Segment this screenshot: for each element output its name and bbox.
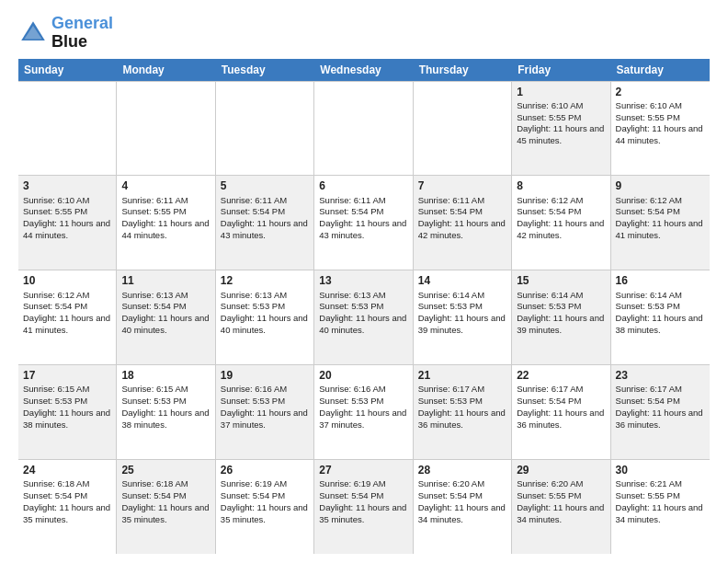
day-number: 11: [121, 273, 210, 288]
calendar-cell: 5Sunrise: 6:11 AMSunset: 5:54 PMDaylight…: [216, 176, 314, 270]
calendar-cell: 16Sunrise: 6:14 AMSunset: 5:53 PMDayligh…: [611, 270, 710, 364]
day-info: Sunrise: 6:17 AM: [418, 384, 506, 396]
calendar-row: 1Sunrise: 6:10 AMSunset: 5:55 PMDaylight…: [18, 81, 710, 177]
day-info: Daylight: 11 hours and 35 minutes.: [319, 502, 407, 526]
day-number: 6: [319, 178, 407, 193]
weekday-header: Friday: [512, 59, 610, 81]
day-info: Daylight: 11 hours and 37 minutes.: [319, 408, 407, 431]
day-info: Sunset: 5:54 PM: [418, 206, 506, 218]
day-info: Daylight: 11 hours and 34 minutes.: [616, 502, 705, 526]
day-info: Sunset: 5:54 PM: [23, 490, 111, 502]
day-info: Daylight: 11 hours and 40 minutes.: [319, 313, 407, 337]
calendar-cell: 27Sunrise: 6:19 AMSunset: 5:54 PMDayligh…: [314, 460, 413, 554]
day-info: Sunset: 5:55 PM: [121, 206, 210, 218]
calendar-cell: 30Sunrise: 6:21 AMSunset: 5:55 PMDayligh…: [611, 460, 710, 554]
day-info: Daylight: 11 hours and 38 minutes.: [121, 408, 210, 431]
day-info: Sunrise: 6:13 AM: [319, 290, 407, 302]
day-number: 25: [121, 463, 210, 477]
day-info: Daylight: 11 hours and 39 minutes.: [418, 313, 506, 337]
day-info: Sunrise: 6:19 AM: [319, 478, 407, 490]
day-info: Sunset: 5:54 PM: [221, 490, 309, 502]
day-info: Sunset: 5:55 PM: [517, 112, 605, 124]
day-info: Sunset: 5:54 PM: [517, 206, 605, 218]
weekday-header: Saturday: [611, 59, 710, 81]
day-info: Sunset: 5:53 PM: [23, 396, 111, 408]
logo: General Blue: [18, 15, 113, 52]
day-info: Sunrise: 6:15 AM: [23, 384, 111, 396]
calendar-row: 17Sunrise: 6:15 AMSunset: 5:53 PMDayligh…: [18, 365, 710, 460]
day-number: 10: [23, 273, 111, 288]
day-info: Daylight: 11 hours and 42 minutes.: [418, 218, 506, 242]
calendar-cell: 4Sunrise: 6:11 AMSunset: 5:55 PMDaylight…: [117, 176, 215, 270]
weekday-header: Monday: [117, 59, 215, 81]
day-number: 14: [418, 273, 506, 288]
day-info: Sunset: 5:54 PM: [121, 301, 210, 313]
day-info: Sunrise: 6:20 AM: [418, 478, 506, 490]
day-info: Daylight: 11 hours and 44 minutes.: [616, 123, 705, 147]
day-info: Sunset: 5:54 PM: [121, 490, 210, 502]
day-number: 9: [616, 178, 705, 193]
day-number: 26: [221, 463, 309, 477]
day-info: Sunrise: 6:18 AM: [23, 478, 111, 490]
calendar-cell: 9Sunrise: 6:12 AMSunset: 5:54 PMDaylight…: [611, 176, 710, 270]
day-info: Sunset: 5:53 PM: [221, 301, 309, 313]
day-info: Daylight: 11 hours and 43 minutes.: [319, 218, 407, 242]
calendar-cell: [414, 82, 512, 176]
day-info: Sunset: 5:53 PM: [121, 396, 210, 408]
day-info: Sunrise: 6:13 AM: [121, 290, 210, 302]
day-number: 5: [221, 178, 309, 193]
calendar-cell: 24Sunrise: 6:18 AMSunset: 5:54 PMDayligh…: [18, 460, 117, 554]
calendar-cell: 6Sunrise: 6:11 AMSunset: 5:54 PMDaylight…: [314, 176, 413, 270]
day-number: 4: [121, 178, 210, 193]
calendar-cell: 20Sunrise: 6:16 AMSunset: 5:53 PMDayligh…: [314, 365, 413, 459]
day-info: Sunrise: 6:14 AM: [616, 290, 705, 302]
calendar-cell: 22Sunrise: 6:17 AMSunset: 5:54 PMDayligh…: [512, 365, 610, 459]
day-number: 3: [23, 178, 111, 193]
day-number: 16: [616, 273, 705, 288]
weekday-header: Sunday: [18, 59, 117, 81]
calendar-cell: 10Sunrise: 6:12 AMSunset: 5:54 PMDayligh…: [18, 270, 117, 364]
calendar-cell: 19Sunrise: 6:16 AMSunset: 5:53 PMDayligh…: [216, 365, 314, 459]
day-number: 1: [517, 85, 605, 99]
day-info: Sunset: 5:55 PM: [616, 490, 705, 502]
day-info: Sunrise: 6:10 AM: [23, 195, 111, 207]
calendar-row: 3Sunrise: 6:10 AMSunset: 5:55 PMDaylight…: [18, 176, 710, 270]
logo-icon: [18, 18, 48, 48]
day-info: Daylight: 11 hours and 40 minutes.: [121, 313, 210, 337]
day-number: 29: [517, 463, 605, 477]
day-info: Sunrise: 6:17 AM: [517, 384, 605, 396]
day-info: Daylight: 11 hours and 37 minutes.: [221, 408, 309, 431]
logo-text: General Blue: [51, 15, 113, 52]
calendar-cell: 25Sunrise: 6:18 AMSunset: 5:54 PMDayligh…: [117, 460, 215, 554]
page: General Blue SundayMondayTuesdayWednesda…: [0, 0, 728, 563]
day-info: Sunrise: 6:17 AM: [616, 384, 705, 396]
day-info: Sunrise: 6:16 AM: [221, 384, 309, 396]
day-info: Daylight: 11 hours and 41 minutes.: [23, 313, 111, 337]
day-number: 13: [319, 273, 407, 288]
day-info: Daylight: 11 hours and 43 minutes.: [221, 218, 309, 242]
day-info: Sunset: 5:54 PM: [616, 206, 705, 218]
day-info: Sunrise: 6:11 AM: [319, 195, 407, 207]
day-number: 20: [319, 368, 407, 383]
day-info: Sunrise: 6:14 AM: [517, 290, 605, 302]
header: General Blue: [18, 15, 710, 52]
day-info: Sunset: 5:53 PM: [221, 396, 309, 408]
calendar-row: 10Sunrise: 6:12 AMSunset: 5:54 PMDayligh…: [18, 270, 710, 365]
day-info: Daylight: 11 hours and 42 minutes.: [517, 218, 605, 242]
day-info: Sunrise: 6:12 AM: [517, 195, 605, 207]
day-info: Daylight: 11 hours and 44 minutes.: [23, 218, 111, 242]
day-number: 28: [418, 463, 506, 477]
calendar-cell: 29Sunrise: 6:20 AMSunset: 5:55 PMDayligh…: [512, 460, 610, 554]
day-info: Sunset: 5:54 PM: [23, 301, 111, 313]
day-info: Sunrise: 6:11 AM: [418, 195, 506, 207]
calendar-cell: 1Sunrise: 6:10 AMSunset: 5:55 PMDaylight…: [512, 82, 610, 176]
day-info: Daylight: 11 hours and 40 minutes.: [221, 313, 309, 337]
calendar-cell: 23Sunrise: 6:17 AMSunset: 5:54 PMDayligh…: [611, 365, 710, 459]
day-info: Daylight: 11 hours and 36 minutes.: [418, 408, 506, 431]
day-info: Sunrise: 6:20 AM: [517, 478, 605, 490]
day-info: Sunrise: 6:11 AM: [221, 195, 309, 207]
calendar-cell: 18Sunrise: 6:15 AMSunset: 5:53 PMDayligh…: [117, 365, 215, 459]
weekday-header: Tuesday: [216, 59, 314, 81]
calendar-cell: 17Sunrise: 6:15 AMSunset: 5:53 PMDayligh…: [18, 365, 117, 459]
calendar-cell: [314, 82, 413, 176]
